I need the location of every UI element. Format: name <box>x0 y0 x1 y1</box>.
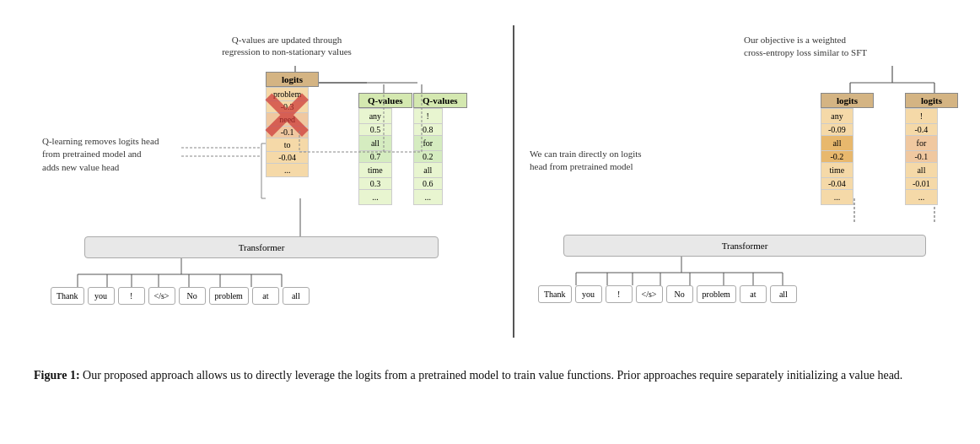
caption-label: Figure 1: <box>34 369 80 382</box>
right-transformer: Transformer <box>563 235 926 257</box>
left-transformer: Transformer <box>84 236 439 258</box>
right-token-row: Thank you ! </s> No problem at all <box>538 285 797 303</box>
r-token-thank: Thank <box>538 285 572 303</box>
right-mid-annotation: We can train directly on logitshead from… <box>530 148 681 174</box>
token-eos: </s> <box>148 287 175 305</box>
right-top-annotation: Our objective is a weightedcross-entropy… <box>744 34 929 60</box>
left-qvalues1-table: Q-values any 0.5 all 0.7 time <box>358 93 412 205</box>
right-logits2-table: logits ! -0.4 for -0.1 all <box>905 93 958 205</box>
r-token-all: all <box>770 285 797 303</box>
page: Q-values are updated throughregression t… <box>0 0 980 444</box>
r-token-no: No <box>666 285 693 303</box>
cross-mark: ✕ <box>257 84 314 152</box>
token-thank: Thank <box>51 287 84 305</box>
token-you: you <box>88 287 115 305</box>
left-side-annotation: Q-learning removes logits headfrom pretr… <box>42 135 177 174</box>
token-no: No <box>179 287 206 305</box>
r-token-excl: ! <box>606 285 633 303</box>
figure-area: Q-values are updated throughregression t… <box>34 17 946 355</box>
r-token-you: you <box>575 285 602 303</box>
panel-divider <box>513 25 514 338</box>
token-at: at <box>252 287 279 305</box>
r-token-problem: problem <box>697 285 736 303</box>
r-token-eos: </s> <box>636 285 663 303</box>
left-qvalues2-table: Q-values ! 0.8 for 0.2 all <box>413 93 467 205</box>
r-token-at: at <box>740 285 767 303</box>
left-token-row: Thank you ! </s> No problem at all <box>51 287 310 305</box>
token-excl: ! <box>118 287 145 305</box>
token-problem: problem <box>209 287 249 305</box>
token-all: all <box>283 287 310 305</box>
left-top-annotation: Q-values are updated throughregression t… <box>202 34 371 58</box>
figure-caption: Figure 1: Our proposed approach allows u… <box>34 366 946 384</box>
caption-text: Our proposed approach allows us to direc… <box>80 369 903 382</box>
right-logits1-table: logits any -0.09 all -0.2 time <box>821 93 874 205</box>
